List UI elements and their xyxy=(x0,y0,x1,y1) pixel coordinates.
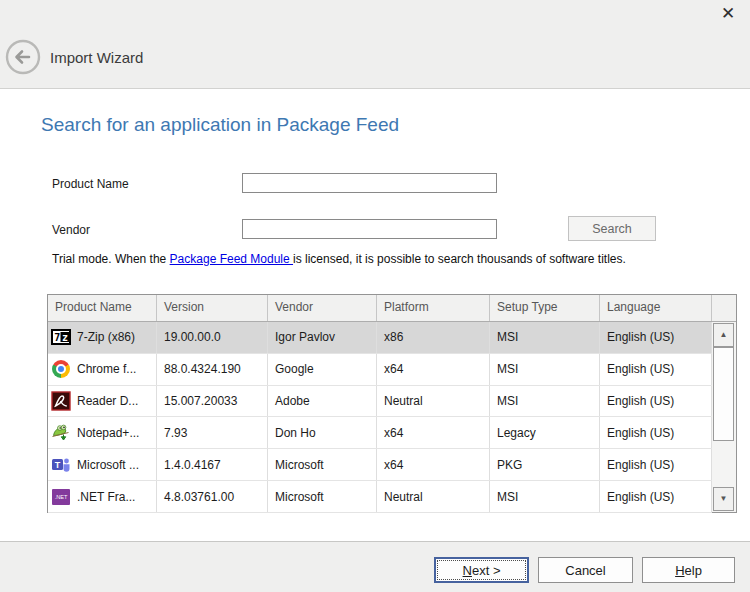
cell-language: English (US) xyxy=(600,386,712,417)
vendor-input[interactable] xyxy=(242,219,497,239)
cell-setup-type: PKG xyxy=(490,449,600,480)
back-arrow-icon xyxy=(5,39,41,75)
adobe-reader-icon xyxy=(51,391,71,411)
cell-setup-type: MSI xyxy=(490,386,600,417)
cell-platform: x86 xyxy=(377,322,490,353)
product-label: Reader D... xyxy=(77,394,138,408)
svg-text:7: 7 xyxy=(54,332,60,343)
cell-platform: Neutral xyxy=(377,386,490,417)
cell-setup-type: MSI xyxy=(490,322,600,353)
product-label: Chrome f... xyxy=(77,362,136,376)
column-header-platform[interactable]: Platform xyxy=(377,295,490,321)
cell-language: English (US) xyxy=(600,449,712,480)
cell-version: 7.93 xyxy=(157,417,268,448)
cell-platform: x64 xyxy=(377,417,490,448)
cell-version: 15.007.20033 xyxy=(157,386,268,417)
column-header-setup-type[interactable]: Setup Type xyxy=(490,295,600,321)
scroll-down-icon[interactable]: ▼ xyxy=(713,487,734,511)
close-icon[interactable]: ✕ xyxy=(715,2,741,26)
vendor-label: Vendor xyxy=(52,223,90,237)
table-row[interactable]: 7z7-Zip (x86)19.00.00.0Igor Pavlovx86MSI… xyxy=(48,322,712,354)
product-name-label: Product Name xyxy=(52,177,129,191)
package-feed-module-link[interactable]: Package Feed Module xyxy=(170,252,293,266)
column-header-product-name[interactable]: Product Name xyxy=(48,295,157,321)
cell-product: Chrome f... xyxy=(48,354,157,385)
cell-language: English (US) xyxy=(600,354,712,385)
table-row[interactable]: Notepad+...7.93Don Hox64LegacyEnglish (U… xyxy=(48,417,712,449)
product-label: 7-Zip (x86) xyxy=(77,330,135,344)
table-row[interactable]: .NET.NET Fra...4.8.03761.00MicrosoftNeut… xyxy=(48,481,712,513)
scroll-up-icon[interactable]: ▲ xyxy=(713,323,734,347)
trial-text-suffix: is licensed, it is possible to search th… xyxy=(293,252,626,266)
product-name-input[interactable] xyxy=(242,173,497,193)
cell-vendor: Igor Pavlov xyxy=(268,322,377,353)
help-button[interactable]: Help xyxy=(642,557,735,583)
column-header-vendor[interactable]: Vendor xyxy=(268,295,377,321)
cancel-button[interactable]: Cancel xyxy=(538,557,633,583)
table-header-row: Product NameVersionVendorPlatformSetup T… xyxy=(48,295,736,322)
7zip-icon: 7z xyxy=(51,327,71,347)
vertical-scrollbar[interactable]: ▲ ▼ xyxy=(712,322,736,512)
next-button-accesskey: N xyxy=(463,563,472,578)
next-button[interactable]: Next > xyxy=(434,557,529,583)
next-button-label: ext > xyxy=(472,563,501,578)
button-bar xyxy=(0,541,750,592)
cell-language: English (US) xyxy=(600,481,712,512)
trial-text-prefix: Trial mode. When the xyxy=(52,252,170,266)
cell-platform: Neutral xyxy=(377,481,490,512)
cell-version: 1.4.0.4167 xyxy=(157,449,268,480)
page-title: Search for an application in Package Fee… xyxy=(41,114,399,136)
cell-version: 4.8.03761.00 xyxy=(157,481,268,512)
svg-text:T: T xyxy=(55,459,61,469)
results-table: Product NameVersionVendorPlatformSetup T… xyxy=(47,294,737,513)
cell-platform: x64 xyxy=(377,354,490,385)
trial-notice: Trial mode. When the Package Feed Module… xyxy=(52,252,626,266)
svg-text:.NET: .NET xyxy=(55,494,68,500)
cell-product: 7z7-Zip (x86) xyxy=(48,322,157,353)
cell-platform: x64 xyxy=(377,449,490,480)
product-label: Microsoft ... xyxy=(77,458,139,472)
cell-setup-type: MSI xyxy=(490,354,600,385)
wizard-header: ✕ Import Wizard xyxy=(0,0,750,89)
cell-vendor: Adobe xyxy=(268,386,377,417)
back-button[interactable] xyxy=(5,39,41,75)
cell-language: English (US) xyxy=(600,417,712,448)
table-body: 7z7-Zip (x86)19.00.00.0Igor Pavlovx86MSI… xyxy=(48,322,712,512)
cell-setup-type: MSI xyxy=(490,481,600,512)
cell-version: 19.00.00.0 xyxy=(157,322,268,353)
column-header-spacer xyxy=(712,295,736,321)
import-wizard-dialog: ✕ Import Wizard Search for an applicatio… xyxy=(0,0,750,592)
table-row[interactable]: Reader D...15.007.20033AdobeNeutralMSIEn… xyxy=(48,386,712,418)
cell-product: TMicrosoft ... xyxy=(48,449,157,480)
dotnet-icon: .NET xyxy=(51,487,71,507)
microsoft-teams-icon: T xyxy=(51,455,71,475)
cell-product: Reader D... xyxy=(48,386,157,417)
product-label: .NET Fra... xyxy=(77,490,135,504)
column-header-version[interactable]: Version xyxy=(157,295,268,321)
cell-vendor: Microsoft xyxy=(268,481,377,512)
cell-language: English (US) xyxy=(600,322,712,353)
scrollbar-thumb[interactable] xyxy=(713,347,734,441)
table-row[interactable]: Chrome f...88.0.4324.190Googlex64MSIEngl… xyxy=(48,354,712,386)
search-button[interactable]: Search xyxy=(568,216,656,241)
cell-vendor: Don Ho xyxy=(268,417,377,448)
column-header-language[interactable]: Language xyxy=(600,295,712,321)
cell-vendor: Microsoft xyxy=(268,449,377,480)
cell-vendor: Google xyxy=(268,354,377,385)
help-button-accesskey: H xyxy=(675,563,684,578)
wizard-title: Import Wizard xyxy=(50,49,143,66)
help-button-label: elp xyxy=(685,563,702,578)
chrome-icon xyxy=(51,359,71,379)
svg-text:z: z xyxy=(62,332,68,343)
cell-product: Notepad+... xyxy=(48,417,157,448)
cell-product: .NET.NET Fra... xyxy=(48,481,157,512)
table-row[interactable]: TMicrosoft ...1.4.0.4167Microsoftx64PKGE… xyxy=(48,449,712,481)
cell-setup-type: Legacy xyxy=(490,417,600,448)
product-label: Notepad+... xyxy=(77,426,139,440)
cell-version: 88.0.4324.190 xyxy=(157,354,268,385)
notepad-plus-plus-icon xyxy=(51,423,71,443)
